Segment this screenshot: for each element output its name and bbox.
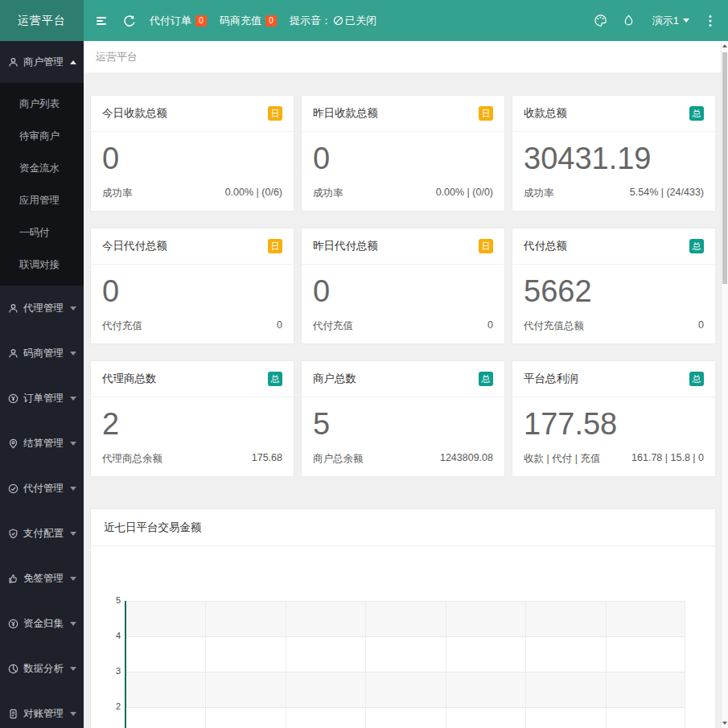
sidebar-group-label: 码商管理 xyxy=(23,347,64,360)
stat-card-platform-profit: 平台总利润总 177.58 收款 | 代付 | 充值161.78 | 15.8 … xyxy=(512,360,716,477)
card-title: 代理商总数 xyxy=(102,372,157,386)
card-footer-label: 商户总余额 xyxy=(313,452,364,466)
y-axis-tick: 4 xyxy=(101,631,121,640)
card-title: 收款总额 xyxy=(524,106,567,121)
chart-band xyxy=(125,672,685,707)
theme-palette-icon[interactable] xyxy=(593,13,609,29)
scroll-down-arrow[interactable] xyxy=(722,718,728,728)
menu-toggle-icon[interactable] xyxy=(93,13,109,29)
sidebar-group-nosign-mgmt[interactable]: 免签管理 xyxy=(0,556,84,601)
sidebar-item-fund-flow[interactable]: 资金流水 xyxy=(0,152,84,184)
nav-payout-orders[interactable]: 代付订单 0 xyxy=(150,14,207,28)
stat-cards-grid: 今日收款总额日 0 成功率0.00% | (0/6) 昨日收款总额日 0 成功率… xyxy=(90,95,716,477)
card-title: 今日收款总额 xyxy=(102,106,167,121)
sidebar-group-data-analysis[interactable]: 数据分析 xyxy=(0,646,84,691)
user-menu[interactable]: 演示1 xyxy=(652,14,689,28)
app-root: 运营平台 代付订单 0 码商充值 0 提示音： 已关闭 xyxy=(0,0,728,728)
chevron-down-icon xyxy=(70,667,76,671)
card-footer-label: 成功率 xyxy=(313,187,343,200)
sidebar-group-payment-config[interactable]: 支付配置 xyxy=(0,511,84,556)
chart-card: 近七日平台交易金额 5 4 3 2 xyxy=(90,508,716,728)
yen-circle-icon xyxy=(8,619,19,629)
card-title: 平台总利润 xyxy=(524,372,578,386)
breadcrumb-label: 运营平台 xyxy=(96,50,138,64)
card-value: 0 xyxy=(91,132,294,176)
sidebar-item-one-code-pay[interactable]: 一码付 xyxy=(0,216,84,249)
sidebar-item-merchant-list[interactable]: 商户列表 xyxy=(0,88,84,120)
card-value: 0 xyxy=(302,132,504,176)
breadcrumb: 运营平台 xyxy=(84,41,721,72)
stat-card-yesterday-collection: 昨日收款总额日 0 成功率0.00% | (0/0) xyxy=(301,95,505,212)
sidebar-submenu: 商户列表 待审商户 资金流水 应用管理 一码付 联调对接 xyxy=(0,83,84,286)
header: 运营平台 代付订单 0 码商充值 0 提示音： 已关闭 xyxy=(0,0,728,41)
sidebar-group-reconciliation-mgmt[interactable]: 对账管理 xyxy=(0,691,84,728)
card-footer-label: 成功率 xyxy=(102,187,133,200)
scrollbar[interactable] xyxy=(721,41,728,728)
card-title: 商户总数 xyxy=(313,372,356,386)
scroll-up-arrow[interactable] xyxy=(722,41,728,51)
card-footer-label: 收款 | 代付 | 充值 xyxy=(524,452,600,466)
chevron-down-icon xyxy=(70,306,76,311)
card-value: 177.58 xyxy=(512,397,715,442)
chart-gridline xyxy=(446,601,446,728)
card-footer-value: 161.78 | 15.8 | 0 xyxy=(631,452,704,466)
count-badge: 0 xyxy=(265,15,277,27)
scrollbar-thumb[interactable] xyxy=(722,52,727,284)
sound-notice-toggle[interactable]: 提示音： 已关闭 xyxy=(290,14,376,28)
chart-gridline xyxy=(286,601,286,728)
chart-gridline xyxy=(606,601,607,728)
user-icon xyxy=(8,348,19,359)
card-footer-value: 0 xyxy=(698,319,704,333)
user-icon xyxy=(8,303,19,314)
sidebar-group-label: 数据分析 xyxy=(23,662,64,676)
sidebar-group-label: 订单管理 xyxy=(23,392,64,405)
sidebar-group-label: 商户管理 xyxy=(23,56,64,69)
daily-badge: 日 xyxy=(479,239,493,253)
nav-label: 码商充值 xyxy=(220,14,261,28)
sidebar-group-settlement-mgmt[interactable]: 结算管理 xyxy=(0,421,84,466)
chevron-up-icon xyxy=(70,60,76,64)
chart-title: 近七日平台交易金额 xyxy=(104,520,202,535)
sidebar-group-label: 资金归集 xyxy=(23,617,64,631)
main-content: 运营平台 今日收款总额日 0 成功率0.00% | (0/6) 昨日收款总额日 … xyxy=(84,41,721,728)
sidebar-group-agent-mgmt[interactable]: 代理管理 xyxy=(0,286,84,331)
user-name: 演示1 xyxy=(652,14,679,28)
sound-notice-state: 已关闭 xyxy=(345,14,376,28)
stat-card-yesterday-payout: 昨日代付总额日 0 代付充值0 xyxy=(301,228,505,344)
card-footer-label: 代付充值 xyxy=(102,319,142,333)
card-value: 5 xyxy=(302,397,504,442)
app-logo: 运营平台 xyxy=(0,0,84,41)
caret-down-icon xyxy=(683,19,689,23)
sidebar-item-integration[interactable]: 联调对接 xyxy=(0,249,84,281)
sound-notice-label: 提示音： xyxy=(290,14,331,28)
tag-icon[interactable] xyxy=(621,13,637,29)
sidebar-group-order-mgmt[interactable]: 订单管理 xyxy=(0,376,84,421)
total-badge: 总 xyxy=(689,372,704,386)
card-title: 代付总额 xyxy=(524,239,567,253)
total-badge: 总 xyxy=(268,372,282,386)
sidebar-group-merchant-mgmt[interactable]: 商户管理 xyxy=(0,41,84,83)
chart-gridline xyxy=(685,601,685,728)
chart-band xyxy=(125,707,685,728)
sidebar-item-app-mgmt[interactable]: 应用管理 xyxy=(0,184,84,216)
stat-card-merchant-count: 商户总数总 5 商户总余额1243809.08 xyxy=(301,360,505,477)
card-footer-value: 0.00% | (0/0) xyxy=(436,187,493,200)
y-axis-tick: 5 xyxy=(101,595,121,605)
chart-gridline xyxy=(365,601,366,728)
y-axis-tick: 2 xyxy=(101,701,121,711)
more-menu-icon[interactable] xyxy=(702,13,718,29)
yen-circle-icon xyxy=(8,393,19,404)
card-footer-value: 0.00% | (0/6) xyxy=(225,187,282,200)
sidebar-group-label: 支付配置 xyxy=(23,527,64,541)
nav-codedealer-recharge[interactable]: 码商充值 0 xyxy=(220,14,277,28)
card-value: 0 xyxy=(302,265,504,309)
card-value: 0 xyxy=(91,265,294,309)
sidebar-group-fund-collection[interactable]: 资金归集 xyxy=(0,601,84,646)
stat-card-agent-count: 代理商总数总 2 代理商总余额175.68 xyxy=(90,360,294,477)
sidebar-group-payout-mgmt[interactable]: 代付管理 xyxy=(0,466,84,511)
sidebar-item-pending-merchants[interactable]: 待审商户 xyxy=(0,120,84,152)
refresh-icon[interactable] xyxy=(121,13,138,29)
sidebar-group-label: 代付管理 xyxy=(23,482,64,496)
sidebar-group-codedealer-mgmt[interactable]: 码商管理 xyxy=(0,331,84,376)
card-footer-value: 0 xyxy=(487,319,493,333)
